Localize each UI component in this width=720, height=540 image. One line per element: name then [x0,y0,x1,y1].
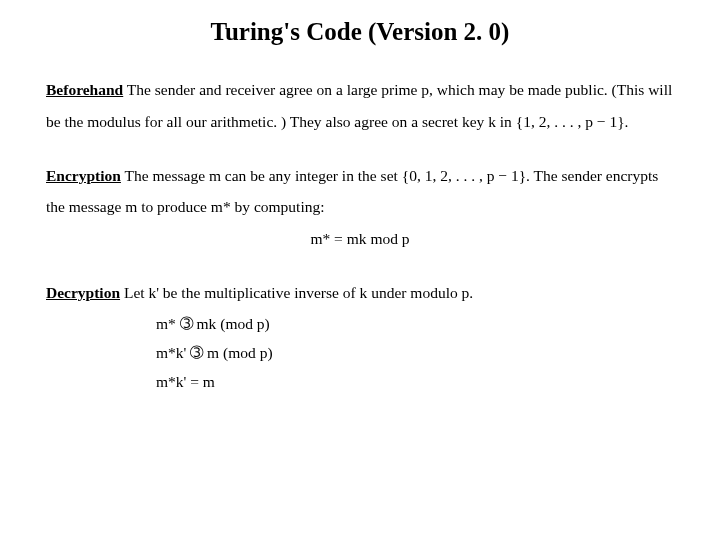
congruent-icon: ➂ [190,344,203,361]
slide-title: Turing's Code (Version 2. 0) [46,18,674,46]
decryption-line-1: m* ➂ mk (mod p) [156,309,674,338]
section-encryption: Encryption The message m can be any inte… [46,160,674,255]
congruent-icon: ➂ [180,315,193,332]
text-decryption: Let k' be the multiplicative inverse of … [120,284,473,301]
section-beforehand: Beforehand The sender and receiver agree… [46,74,674,138]
decryption-line-2: m*k' ➂ m (mod p) [156,338,674,367]
label-decryption: Decryption [46,284,120,301]
decryption-lines: m* ➂ mk (mod p) m*k' ➂ m (mod p) m*k' = … [156,309,674,397]
label-encryption: Encryption [46,167,121,184]
encryption-equation: m* = mk mod p [46,223,674,255]
slide-body: Beforehand The sender and receiver agree… [46,74,674,397]
label-beforehand: Beforehand [46,81,123,98]
section-decryption: Decryption Let k' be the multiplicative … [46,277,674,397]
decryption-line-3: m*k' = m [156,367,674,396]
text-beforehand: The sender and receiver agree on a large… [46,81,672,130]
text-encryption: The message m can be any integer in the … [46,167,658,216]
slide: Turing's Code (Version 2. 0) Beforehand … [0,0,720,540]
